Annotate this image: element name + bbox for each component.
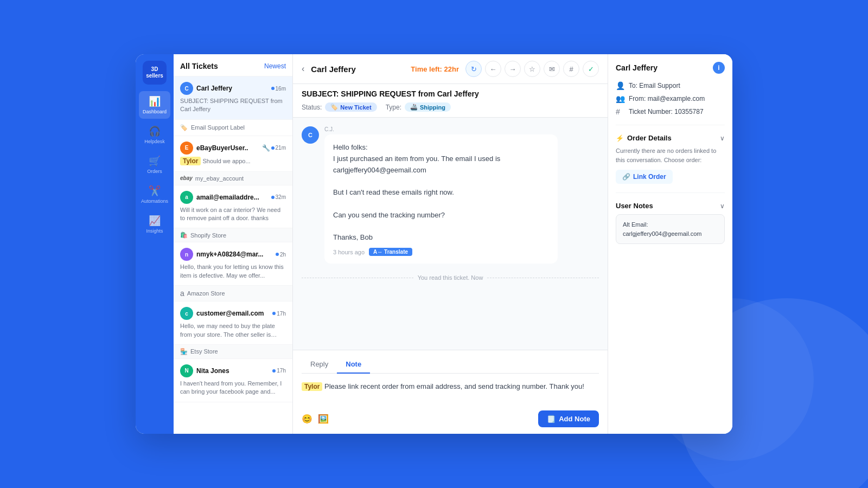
image-button[interactable]: 🖼️ — [318, 414, 329, 424]
resolve-button[interactable]: ✓ — [583, 61, 599, 77]
status-value: New Ticket — [340, 104, 371, 111]
logo-line1: 3D — [146, 66, 163, 73]
orders-icon: 🛒 — [149, 155, 161, 167]
refresh-button[interactable]: ↻ — [465, 61, 482, 77]
logo-line2: sellers — [146, 73, 163, 79]
add-note-label: Add Note — [559, 415, 590, 423]
message-avatar: C — [302, 126, 319, 144]
nav-item-automations[interactable]: ✂️ Automations — [139, 181, 170, 208]
logo[interactable]: 3D sellers — [143, 61, 167, 85]
list-item[interactable]: E eBayBuyerUser.. 🔧 21m Tylor Should we … — [174, 136, 292, 172]
nav-label-orders: Orders — [147, 169, 162, 174]
link-icon: 🔗 — [622, 173, 630, 181]
unread-dot — [276, 253, 279, 256]
bolt-icon: ⚡ — [616, 134, 624, 142]
dashboard-icon: 📊 — [149, 95, 161, 107]
contact-to: To: Email Support — [629, 82, 680, 89]
message-text: Hello folks: I just purchased an item fr… — [333, 142, 549, 243]
ticket-time: 16m — [271, 86, 286, 92]
hash-icon: # — [616, 107, 624, 116]
unread-dot — [271, 146, 275, 150]
ticket-number-row: # Ticket Number: 10355787 — [616, 107, 725, 116]
store-name: Etsy Store — [190, 348, 218, 355]
etsy-icon: 🏪 — [180, 348, 188, 355]
contact-from: From: mail@example.com — [629, 95, 705, 102]
ticket-number: Ticket Number: 10355787 — [629, 108, 704, 115]
type-value: Shipping — [420, 104, 445, 111]
order-details-section: ⚡ Order Details ∨ Currently there are no… — [616, 134, 725, 193]
list-item[interactable]: N Nita Jones 17h I haven't heard from yo… — [174, 359, 292, 402]
mail-button[interactable]: ✉ — [544, 61, 560, 77]
person-icon: 👤 — [616, 81, 624, 90]
reply-editor[interactable]: Tylor Please link recent order from emai… — [302, 379, 599, 406]
ticket-preview: SUBJECT: SHIPPING REQUEST from Carl Jeff… — [180, 97, 286, 114]
right-panel: Carl Jeffery i 👤 To: Email Support 👥 Fro… — [608, 54, 732, 434]
store-name: my_ebay_account — [195, 175, 244, 182]
nav-label-dashboard: Dashboard — [143, 109, 167, 114]
list-item[interactable]: a amail@emailaddre... 32m Will it work o… — [174, 185, 292, 229]
star-button[interactable]: ☆ — [524, 61, 540, 77]
message-bubble: Hello folks: I just purchased an item fr… — [324, 134, 558, 264]
icon-nav: 3D sellers 📊 Dashboard 🎧 Helpdesk 🛒 Orde… — [136, 54, 174, 434]
ticket-sender: customer@email.com — [196, 310, 269, 317]
tab-note[interactable]: Note — [337, 357, 370, 374]
reply-area: Reply Note Tylor Please link recent orde… — [293, 350, 608, 434]
nav-item-orders[interactable]: 🛒 Orders — [139, 151, 170, 178]
list-item[interactable]: c customer@email.com 17h Hello, we may n… — [174, 301, 292, 345]
support-label-icon: 🏷️ — [180, 124, 188, 131]
unread-dot — [272, 312, 276, 315]
info-button[interactable]: i — [713, 62, 725, 74]
avatar: c — [180, 307, 193, 320]
ticket-preview: Hello, we may need to buy the plate from… — [180, 322, 286, 339]
store-label: ebay my_ebay_account — [174, 172, 292, 185]
order-details-header: ⚡ Order Details ∨ — [616, 134, 725, 142]
ticket-time: 2h — [276, 252, 286, 258]
email-icon: 👥 — [616, 94, 624, 103]
forward-nav-button[interactable]: → — [505, 61, 521, 77]
nav-item-dashboard[interactable]: 📊 Dashboard — [139, 91, 170, 119]
sort-button[interactable]: Newest — [264, 62, 286, 70]
conversation-header: ‹ Carl Jeffery Time left: 22hr ↻ ← → ☆ ✉… — [293, 54, 608, 84]
avatar: E — [180, 142, 193, 155]
back-nav-button[interactable]: ← — [485, 61, 501, 77]
nav-label-helpdesk: Helpdesk — [144, 139, 165, 144]
list-item[interactable]: n nmyk+A08284@mar... 2h Hello, thank you… — [174, 242, 292, 286]
status-row: Status: 🏷️ New Ticket Type: 🚢 Shipping — [302, 102, 599, 112]
user-notes-chevron[interactable]: ∨ — [720, 202, 725, 210]
ticket-time: 32m — [271, 194, 286, 200]
contact-from-row: 👥 From: mail@example.com — [616, 94, 725, 103]
user-notes-section: User Notes ∨ Alt Email: carlgjeffery004@… — [616, 202, 725, 244]
ticket-time: 17h — [272, 368, 286, 374]
status-badge: 🏷️ New Ticket — [325, 102, 376, 112]
automations-icon: ✂️ — [149, 185, 161, 197]
ticket-preview: Hello, thank you for letting us know thi… — [180, 263, 286, 280]
back-button[interactable]: ‹ — [302, 64, 304, 74]
ticket-time: 🔧 21m — [262, 144, 286, 152]
translate-button[interactable]: A↔ Translate — [369, 248, 412, 256]
tag-button[interactable]: # — [563, 61, 579, 77]
amazon-icon: a — [180, 289, 184, 298]
ticket-sender: amail@emailaddre... — [196, 194, 268, 201]
contact-info: 👤 To: Email Support 👥 From: mail@example… — [616, 81, 725, 125]
tab-reply[interactable]: Reply — [302, 357, 337, 374]
add-note-button[interactable]: 🗒️ Add Note — [538, 410, 599, 427]
emoji-button[interactable]: 😊 — [302, 414, 312, 424]
store-label: a Amazon Store — [174, 286, 292, 301]
nav-item-insights[interactable]: 📈 Insights — [139, 210, 170, 238]
nav-label-insights: Insights — [146, 228, 163, 234]
time-left-label: Time left: — [411, 65, 442, 73]
nav-item-helpdesk[interactable]: 🎧 Helpdesk — [139, 121, 170, 149]
time-left: Time left: 22hr — [411, 65, 459, 73]
unread-dot — [271, 196, 275, 199]
subject-text: SUBJECT: SHIPPING REQUEST from Carl Jeff… — [302, 89, 599, 98]
status-label: Status: — [302, 104, 322, 111]
ticket-time: 17h — [272, 311, 286, 317]
reply-tabs: Reply Note — [302, 357, 599, 374]
store-name: Amazon Store — [187, 290, 225, 297]
all-tickets-title: All Tickets — [180, 62, 218, 70]
right-panel-header: Carl Jeffery i — [616, 62, 725, 74]
link-order-button[interactable]: 🔗 Link Order — [616, 170, 673, 184]
order-details-chevron[interactable]: ∨ — [720, 134, 725, 142]
time-left-value: 22hr — [444, 65, 459, 73]
list-item[interactable]: C Carl Jeffery 16m SUBJECT: SHIPPING REQ… — [174, 76, 292, 120]
